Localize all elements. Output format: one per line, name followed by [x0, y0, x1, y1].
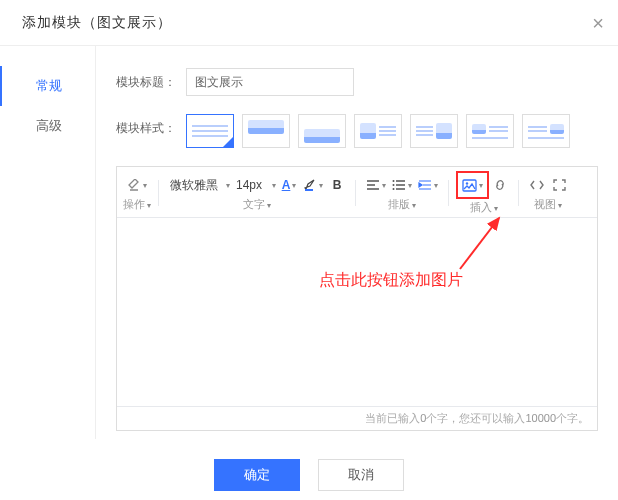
- toolbar-group-insert: 插入: [456, 171, 511, 215]
- font-color-button[interactable]: A: [278, 174, 300, 196]
- toolbar-insert-label[interactable]: 插入: [470, 200, 498, 215]
- bold-button[interactable]: B: [326, 174, 348, 196]
- font-family-select[interactable]: 微软雅黑: [166, 176, 232, 194]
- svg-line-6: [460, 218, 499, 269]
- module-style-row: 模块样式：: [116, 114, 598, 148]
- toolbar-sep: [158, 180, 159, 206]
- module-title-input[interactable]: [186, 68, 354, 96]
- general-panel: 模块标题： 模块样式：: [96, 46, 618, 439]
- svg-point-3: [393, 188, 395, 190]
- insert-image-highlight: [456, 171, 489, 199]
- ok-button[interactable]: 确定: [214, 459, 300, 491]
- toolbar-layout-label[interactable]: 排版: [388, 197, 416, 212]
- toolbar-sep: [448, 180, 449, 206]
- tab-advanced[interactable]: 高级: [0, 106, 95, 146]
- dialog-title: 添加模块（图文展示）: [22, 14, 172, 32]
- style-option-7[interactable]: [522, 114, 570, 148]
- svg-point-5: [466, 182, 468, 184]
- style-options: [186, 114, 570, 148]
- editor-toolbar: 操作 微软雅黑 14px A: [117, 167, 597, 218]
- dialog-body: 常规 高级 模块标题： 模块样式：: [0, 46, 618, 439]
- fullscreen-icon[interactable]: [548, 174, 570, 196]
- style-option-6[interactable]: [466, 114, 514, 148]
- rich-editor: 操作 微软雅黑 14px A: [116, 166, 598, 431]
- toolbar-sep: [518, 180, 519, 206]
- insert-image-button[interactable]: [459, 174, 486, 196]
- toolbar-sep: [355, 180, 356, 206]
- add-module-dialog: 添加模块（图文展示） × 常规 高级 模块标题： 模块样式：: [0, 0, 618, 500]
- callout-text: 点击此按钮添加图片: [319, 270, 463, 291]
- editor-char-count: 当前已输入0个字，您还可以输入10000个字。: [117, 406, 597, 430]
- tab-general[interactable]: 常规: [0, 66, 95, 106]
- toolbar-group-layout: 排版: [363, 174, 441, 212]
- module-style-label: 模块样式：: [116, 114, 186, 137]
- toolbar-group-view: 视图: [526, 174, 570, 212]
- style-option-1[interactable]: [186, 114, 234, 148]
- module-title-row: 模块标题：: [116, 68, 598, 96]
- callout-arrow-icon: [457, 212, 507, 272]
- list-button[interactable]: [389, 174, 415, 196]
- dialog-header: 添加模块（图文展示） ×: [0, 0, 618, 46]
- svg-point-1: [393, 180, 395, 182]
- editor-content[interactable]: 点击此按钮添加图片: [117, 218, 597, 406]
- svg-point-2: [393, 184, 395, 186]
- toolbar-view-label[interactable]: 视图: [534, 197, 562, 212]
- style-option-2[interactable]: [242, 114, 290, 148]
- highlight-button[interactable]: [300, 174, 326, 196]
- toolbar-text-label[interactable]: 文字: [243, 197, 271, 212]
- link-icon[interactable]: [489, 174, 511, 196]
- tabs-sidebar: 常规 高级: [0, 46, 96, 439]
- style-option-5[interactable]: [410, 114, 458, 148]
- module-title-label: 模块标题：: [116, 68, 186, 91]
- style-option-3[interactable]: [298, 114, 346, 148]
- source-icon[interactable]: [526, 174, 548, 196]
- dialog-footer: 确定 取消: [0, 439, 618, 500]
- toolbar-group-op: 操作: [123, 174, 151, 212]
- font-size-select[interactable]: 14px: [232, 176, 278, 194]
- align-button[interactable]: [363, 174, 389, 196]
- style-option-4[interactable]: [354, 114, 402, 148]
- cancel-button[interactable]: 取消: [318, 459, 404, 491]
- indent-button[interactable]: [415, 174, 441, 196]
- eraser-icon[interactable]: [124, 174, 150, 196]
- toolbar-group-text: 微软雅黑 14px A B 文字: [166, 174, 348, 212]
- svg-rect-0: [305, 189, 313, 191]
- close-icon[interactable]: ×: [592, 13, 604, 33]
- toolbar-op-label[interactable]: 操作: [123, 197, 151, 212]
- svg-rect-4: [463, 180, 476, 191]
